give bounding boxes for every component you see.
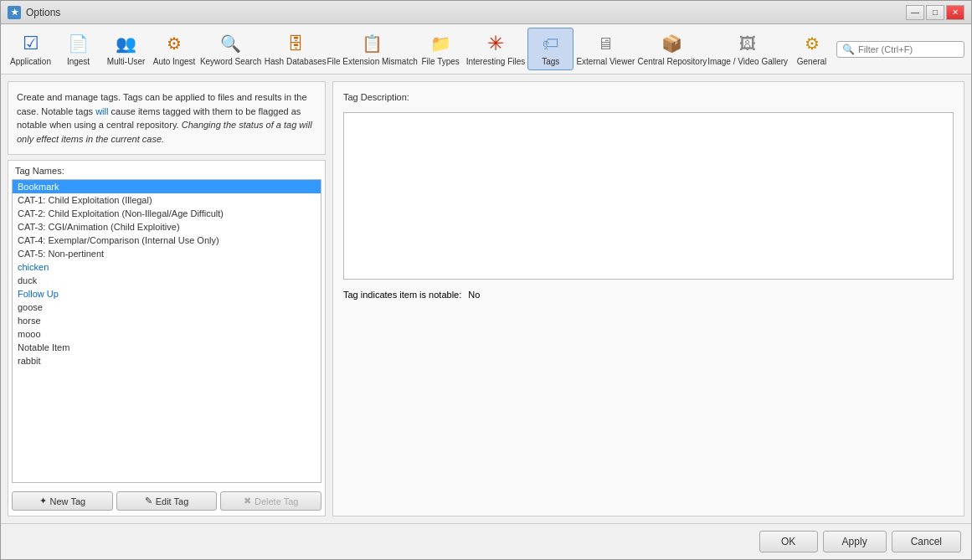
tag-description-label: Tag Description: <box>343 92 954 102</box>
edit-tag-label: Edit Tag <box>156 496 189 506</box>
multi-user-icon: 👥 <box>115 32 138 55</box>
multi-user-label: Multi-User <box>107 57 146 66</box>
minimize-button[interactable]: — <box>906 5 924 20</box>
keyword-search-icon: 🔍 <box>219 32 243 55</box>
close-button[interactable]: ✕ <box>946 5 964 20</box>
tag-buttons: ✦ New Tag ✎ Edit Tag ✖ Delete Tag <box>8 486 325 516</box>
search-icon: 🔍 <box>842 44 855 55</box>
tag-list-item[interactable]: duck <box>13 274 321 287</box>
edit-tag-button[interactable]: ✎ Edit Tag <box>116 491 218 511</box>
central-repository-label: Central Repository <box>637 57 707 66</box>
file-types-label: File Types <box>421 57 459 66</box>
tag-list-item[interactable]: CAT-1: Child Exploitation (Illegal) <box>13 193 321 207</box>
options-window: ★ Options — □ ✕ ☑ Application 📄 Ingest 👥… <box>0 0 972 560</box>
auto-ingest-icon: ⚙ <box>162 32 186 55</box>
central-repository-icon: 📦 <box>661 32 684 55</box>
left-panel: Create and manage tags. Tags can be appl… <box>8 81 326 516</box>
main-content: Create and manage tags. Tags can be appl… <box>1 74 971 523</box>
auto-ingest-label: Auto Ingest <box>153 57 196 66</box>
tags-label: Tags <box>542 57 559 66</box>
ingest-label: Ingest <box>67 57 90 66</box>
tag-section: Tag Names: Bookmark CAT-1: Child Exploit… <box>8 160 326 516</box>
tag-list-item[interactable]: chicken <box>13 260 321 274</box>
toolbar-item-file-types[interactable]: 📁 File Types <box>418 28 464 70</box>
tag-list-item[interactable]: CAT-4: Exemplar/Comparison (Internal Use… <box>13 234 321 247</box>
bottom-bar: OK Apply Cancel <box>1 523 971 559</box>
tag-list-item[interactable]: horse <box>13 314 321 327</box>
ingest-icon: 📄 <box>67 32 90 55</box>
tag-list[interactable]: Bookmark CAT-1: Child Exploitation (Ille… <box>12 179 321 483</box>
window-icon: ★ <box>8 6 21 19</box>
general-icon: ⚙ <box>800 32 824 55</box>
title-bar-controls: — □ ✕ <box>906 5 964 20</box>
toolbar-item-external-viewer[interactable]: 🖥 External Viewer <box>575 28 635 70</box>
external-viewer-icon: 🖥 <box>594 32 617 55</box>
cancel-button[interactable]: Cancel <box>892 531 961 552</box>
tag-list-item[interactable]: Bookmark <box>13 180 321 193</box>
toolbar-item-application[interactable]: ☑ Application <box>8 28 54 70</box>
tag-list-item[interactable]: goose <box>13 301 321 314</box>
tags-icon: 🏷 <box>539 32 563 55</box>
tag-notable-row: Tag indicates item is notable: No <box>343 290 954 300</box>
maximize-button[interactable]: □ <box>926 5 944 20</box>
delete-tag-label: Delete Tag <box>255 496 298 506</box>
toolbar-item-keyword-search[interactable]: 🔍 Keyword Search <box>199 28 262 70</box>
general-label: General <box>797 57 827 66</box>
image-video-label: Image / Video Gallery <box>707 57 788 66</box>
application-label: Application <box>10 57 51 66</box>
window-title: Options <box>26 7 60 18</box>
toolbar-item-hash-databases[interactable]: 🗄 Hash Databases <box>264 28 327 70</box>
tag-list-item[interactable]: Follow Up <box>13 287 321 301</box>
image-video-icon: 🖼 <box>736 32 759 55</box>
title-bar-left: ★ Options <box>8 6 60 19</box>
tag-names-label: Tag Names: <box>8 161 325 179</box>
new-tag-button[interactable]: ✦ New Tag <box>12 491 113 511</box>
interesting-files-label: Interesting Files <box>466 57 526 66</box>
toolbar-item-file-extension[interactable]: 📋 File Extension Mismatch <box>329 28 416 70</box>
new-tag-icon: ✦ <box>39 496 47 506</box>
toolbar-item-auto-ingest[interactable]: ⚙ Auto Ingest <box>151 28 198 70</box>
toolbar-right: 🔍 <box>836 28 964 70</box>
new-tag-label: New Tag <box>50 496 86 506</box>
apply-button[interactable]: Apply <box>823 531 887 552</box>
external-viewer-label: External Viewer <box>576 57 635 66</box>
ok-button[interactable]: OK <box>759 531 818 552</box>
tag-notable-value: No <box>468 290 480 300</box>
title-bar: ★ Options — □ ✕ <box>1 1 971 24</box>
delete-tag-icon: ✖ <box>244 496 251 506</box>
toolbar: ☑ Application 📄 Ingest 👥 Multi-User ⚙ Au… <box>1 24 971 74</box>
tag-description-textarea[interactable] <box>343 112 954 280</box>
interesting-files-icon: ✳ <box>484 32 507 55</box>
right-panel: Tag Description: Tag indicates item is n… <box>332 81 964 516</box>
tag-notable-label: Tag indicates item is notable: <box>343 290 461 300</box>
filter-box[interactable]: 🔍 <box>836 41 964 58</box>
toolbar-item-multi-user[interactable]: 👥 Multi-User <box>103 28 149 70</box>
keyword-search-label: Keyword Search <box>200 57 261 66</box>
toolbar-item-image-video[interactable]: 🖼 Image / Video Gallery <box>708 28 787 70</box>
tag-list-item[interactable]: CAT-2: Child Exploitation (Non-Illegal/A… <box>13 207 321 220</box>
tag-list-item[interactable]: Notable Item <box>13 341 321 354</box>
info-box: Create and manage tags. Tags can be appl… <box>8 81 326 155</box>
application-icon: ☑ <box>19 32 43 55</box>
filter-input[interactable] <box>858 44 959 54</box>
hash-databases-icon: 🗄 <box>284 32 307 55</box>
hash-databases-label: Hash Databases <box>265 57 327 66</box>
delete-tag-button[interactable]: ✖ Delete Tag <box>220 491 321 511</box>
toolbar-item-interesting-files[interactable]: ✳ Interesting Files <box>465 28 527 70</box>
edit-tag-icon: ✎ <box>145 496 152 506</box>
tag-list-item[interactable]: rabbit <box>13 354 321 367</box>
tag-list-item[interactable]: mooo <box>13 327 321 341</box>
tag-list-item[interactable]: CAT-3: CGI/Animation (Child Exploitive) <box>13 220 321 234</box>
file-extension-label: File Extension Mismatch <box>327 57 417 66</box>
file-types-icon: 📁 <box>429 32 452 55</box>
toolbar-item-ingest[interactable]: 📄 Ingest <box>55 28 101 70</box>
toolbar-item-general[interactable]: ⚙ General <box>789 28 835 70</box>
info-highlight-will: will <box>95 106 108 116</box>
toolbar-item-tags[interactable]: 🏷 Tags <box>527 28 573 70</box>
toolbar-item-central-repository[interactable]: 📦 Central Repository <box>637 28 707 70</box>
file-extension-icon: 📋 <box>361 32 384 55</box>
tag-list-item[interactable]: CAT-5: Non-pertinent <box>13 247 321 260</box>
